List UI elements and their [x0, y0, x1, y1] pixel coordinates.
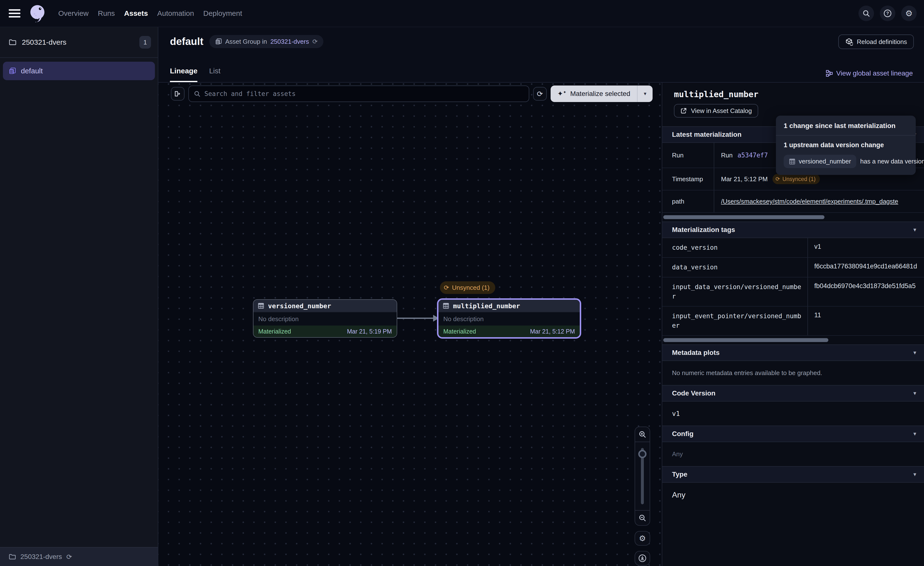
sync-icon[interactable]: ⟳	[66, 553, 72, 561]
section-heading: Materialization tags	[672, 226, 735, 234]
config-value: Any	[662, 442, 924, 466]
table-row: input_event_pointer/versioned_number 11	[662, 307, 924, 336]
badge-group-link[interactable]: 250321-dvers	[270, 38, 309, 45]
asset-node-multiplied-number[interactable]: multiplied_number No description Materia…	[437, 298, 581, 339]
materialized-timestamp: Mar 21, 5:12 PM	[530, 328, 575, 335]
sidebar-group-count-badge: 1	[140, 36, 151, 48]
chevron-down-icon[interactable]: ▼	[912, 227, 917, 233]
sync-icon[interactable]: ⟳	[312, 38, 318, 45]
sidebar-group-row[interactable]: 250321-dvers 1	[0, 27, 158, 58]
run-row-label: Run	[662, 143, 714, 168]
type-value: Any	[662, 483, 924, 507]
sidebar-item-label: default	[21, 67, 43, 75]
sidebar-item-default[interactable]: default	[3, 62, 155, 80]
tag-key: data_version	[662, 258, 808, 277]
search-button[interactable]	[858, 6, 874, 21]
materialize-dropdown-button[interactable]: ▼	[638, 86, 652, 102]
materialization-tags-header[interactable]: Materialization tags ▼	[662, 221, 924, 238]
search-icon	[862, 9, 870, 17]
settings-button[interactable]: ⚙	[901, 6, 917, 21]
table-icon	[258, 303, 264, 309]
canvas-controls: ⚙	[634, 427, 650, 566]
asset-node-header: multiplied_number	[438, 300, 580, 312]
sync-icon: ⟳	[537, 90, 543, 98]
asset-node-description: No description	[438, 312, 580, 325]
type-header[interactable]: Type ▼	[662, 466, 924, 483]
section-heading: Metadata plots	[672, 349, 720, 357]
tab-lineage[interactable]: Lineage	[170, 67, 197, 82]
tag-key: input_data_version/versioned_number	[662, 277, 808, 306]
unsynced-icon: ⟳	[776, 176, 780, 182]
zoom-slider-knob[interactable]	[638, 450, 646, 458]
table-icon	[789, 158, 795, 165]
path-link[interactable]: /Users/smackesey/stm/code/elementl/exper…	[721, 198, 898, 205]
nav-item-deployment[interactable]: Deployment	[203, 9, 242, 18]
run-id-link[interactable]: a5347ef7	[738, 152, 768, 159]
reload-definitions-button[interactable]: Reload definitions	[838, 35, 914, 49]
asset-node-versioned-number[interactable]: versioned_number No description Material…	[253, 299, 397, 338]
graph-settings-button[interactable]: ⚙	[634, 531, 650, 546]
lineage-canvas[interactable]: ⟳ ✦✦ Materialize selected ▼ ⟳	[158, 83, 662, 566]
help-icon	[884, 9, 892, 18]
tag-value: f6ccba1776380941e9cd1ea66481d	[808, 258, 924, 277]
refresh-graph-button[interactable]: ⟳	[533, 87, 547, 101]
asset-groups-sidebar: 250321-dvers 1 default 250321-dvers ⟳	[0, 27, 158, 566]
download-image-button[interactable]	[634, 551, 650, 566]
code-version-header[interactable]: Code Version ▼	[662, 385, 924, 402]
metadata-plots-header[interactable]: Metadata plots ▼	[662, 345, 924, 361]
page-title: default	[170, 36, 204, 47]
metadata-plots-empty-text: No numeric metadata entries available to…	[662, 361, 924, 385]
tag-key: input_event_pointer/versioned_number	[662, 307, 808, 335]
table-row: path /Users/smackesey/stm/code/elementl/…	[662, 190, 924, 213]
expand-sidebar-button[interactable]	[171, 87, 184, 101]
nav-item-runs[interactable]: Runs	[98, 9, 115, 18]
asset-group-badge: Asset Group in 250321-dvers ⟳	[209, 35, 324, 48]
reload-cube-icon	[845, 38, 853, 46]
sidebar-group-name: 250321-dvers	[22, 38, 140, 47]
horizontal-scrollbar[interactable]	[663, 338, 828, 342]
zoom-slider[interactable]	[635, 442, 650, 510]
horizontal-scrollbar[interactable]	[663, 215, 825, 219]
tag-value: v1	[808, 238, 924, 257]
tag-value: fb04dcb6970e4c3d1873de51fd5a5	[808, 277, 924, 306]
tooltip-asset-pill[interactable]: versioned_number	[784, 155, 856, 168]
code-version-value: v1	[662, 402, 924, 426]
nav-item-assets[interactable]: Assets	[124, 9, 148, 18]
zoom-in-button[interactable]	[635, 427, 650, 442]
chevron-down-icon[interactable]: ▼	[912, 472, 917, 477]
zoom-in-icon	[639, 431, 646, 438]
chevron-down-icon[interactable]: ▼	[912, 350, 917, 356]
dagster-logo-icon[interactable]	[27, 3, 48, 24]
config-header[interactable]: Config ▼	[662, 426, 924, 442]
nav-item-automation[interactable]: Automation	[157, 9, 194, 18]
zoom-out-button[interactable]	[635, 510, 650, 525]
asset-search-field	[188, 86, 529, 102]
sidebar-footer[interactable]: 250321-dvers ⟳	[0, 547, 158, 566]
tooltip-asset-name: versioned_number	[799, 158, 851, 165]
panel-toggle-icon	[174, 90, 182, 98]
chevron-down-icon[interactable]: ▼	[912, 391, 917, 396]
chevron-down-icon[interactable]: ▼	[912, 431, 917, 437]
asset-search-input[interactable]	[204, 90, 524, 98]
node-unsynced-badge[interactable]: ⟳ Unsynced (1)	[440, 281, 495, 294]
asset-node-footer: Materialized Mar 21, 5:19 PM	[254, 325, 397, 337]
help-button[interactable]	[880, 6, 896, 21]
badge-prefix: Asset Group in	[225, 38, 267, 45]
nav-item-overview[interactable]: Overview	[58, 9, 88, 18]
tab-list[interactable]: List	[209, 67, 220, 82]
asset-node-name: multiplied_number	[453, 302, 520, 310]
asset-node-name: versioned_number	[268, 302, 331, 310]
unsynced-badge[interactable]: ⟳ Unsynced (1)	[772, 174, 820, 184]
lineage-graph-icon	[826, 70, 833, 77]
view-global-asset-lineage-link[interactable]: View global asset lineage	[826, 69, 913, 77]
materialized-timestamp: Mar 21, 5:19 PM	[347, 328, 392, 335]
asset-details-title: multiplied_number	[662, 83, 924, 99]
download-icon	[638, 554, 646, 562]
tag-key: code_version	[662, 238, 808, 257]
hamburger-menu-icon[interactable]	[9, 8, 20, 19]
asset-group-icon	[215, 38, 222, 45]
gear-icon: ⚙	[639, 534, 646, 543]
materialize-selected-button[interactable]: ✦✦ Materialize selected ▼	[550, 86, 652, 102]
zoom-out-icon	[639, 514, 646, 522]
view-in-asset-catalog-button[interactable]: View in Asset Catalog	[674, 104, 758, 117]
